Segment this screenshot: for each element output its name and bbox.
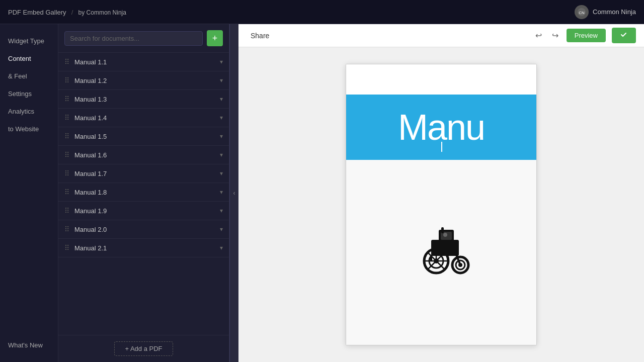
- document-name: Manual 1.1: [74, 58, 220, 66]
- drag-handle-icon: ⠿: [64, 169, 69, 177]
- document-name: Manual 1.8: [74, 189, 220, 196]
- drag-handle-icon: ⠿: [64, 151, 69, 159]
- pdf-cursor: [441, 142, 442, 152]
- drag-handle-icon: ⠿: [64, 244, 69, 252]
- document-name: Manual 2.0: [74, 226, 220, 233]
- chevron-down-icon: ▾: [220, 226, 223, 233]
- drag-handle-icon: ⠿: [64, 188, 69, 196]
- sidebar-item-widget-type[interactable]: Widget Type: [0, 32, 58, 50]
- sidebar-item-to-website[interactable]: to Website: [0, 120, 58, 138]
- title-separator: /: [71, 9, 73, 16]
- pdf-preview-card: Manu: [346, 64, 537, 345]
- search-input[interactable]: [64, 31, 203, 46]
- document-name: Manual 1.5: [74, 133, 220, 140]
- redo-icon: ↪: [552, 31, 558, 40]
- sidebar-item-analytics[interactable]: Analytics: [0, 103, 58, 120]
- sidebar-item-content[interactable]: Content: [0, 50, 58, 67]
- collapse-icon: ‹: [233, 190, 235, 197]
- document-name: Manual 1.2: [74, 77, 220, 84]
- chevron-down-icon: ▾: [220, 58, 223, 65]
- chevron-down-icon: ▾: [220, 189, 223, 196]
- document-name: Manual 1.9: [74, 207, 220, 215]
- add-document-button[interactable]: +: [207, 30, 223, 46]
- list-item[interactable]: ⠿ Manual 1.7 ▾: [58, 164, 229, 183]
- drag-handle-icon: ⠿: [64, 225, 69, 233]
- document-list: ⠿ Manual 1.1 ▾ ⠿ Manual 1.2 ▾ ⠿ Manual 1…: [58, 53, 229, 335]
- sidebar-item-settings[interactable]: Settings: [0, 85, 58, 103]
- svg-text:CN: CN: [579, 11, 585, 15]
- search-row: +: [58, 24, 229, 53]
- pdf-body: [346, 160, 536, 345]
- app-title: PDF Embed Gallery / by Common Ninja: [8, 8, 126, 16]
- main-layout: Widget Type Content & Feel Settings Anal…: [0, 24, 644, 362]
- undo-icon: ↩: [535, 31, 542, 40]
- chevron-down-icon: ▾: [220, 244, 223, 251]
- brand-section: CN Common Ninja: [575, 5, 636, 19]
- preview-toolbar: Share ↩ ↪ Preview: [238, 24, 644, 47]
- drag-handle-icon: ⠿: [64, 76, 69, 84]
- list-item[interactable]: ⠿ Manual 1.4 ▾: [58, 109, 229, 127]
- add-pdf-button[interactable]: + Add a PDF: [114, 341, 173, 356]
- list-item[interactable]: ⠿ Manual 1.2 ▾: [58, 71, 229, 90]
- document-name: Manual 1.6: [74, 151, 220, 159]
- preview-area: Share ↩ ↪ Preview Manu: [238, 24, 644, 362]
- document-name: Manual 1.7: [74, 170, 220, 177]
- drag-handle-icon: ⠿: [64, 114, 69, 122]
- chevron-down-icon: ▾: [220, 207, 223, 214]
- document-name: Manual 1.3: [74, 96, 220, 103]
- chevron-down-icon: ▾: [220, 151, 223, 158]
- list-item[interactable]: ⠿ Manual 1.3 ▾: [58, 90, 229, 109]
- redo-button[interactable]: ↪: [550, 29, 560, 42]
- chevron-down-icon: ▾: [220, 96, 223, 103]
- svg-point-6: [443, 233, 447, 237]
- list-item[interactable]: ⠿ Manual 2.1 ▾: [58, 239, 229, 257]
- list-item[interactable]: ⠿ Manual 2.0 ▾: [58, 220, 229, 239]
- preview-button[interactable]: Preview: [567, 29, 606, 42]
- chevron-down-icon: ▾: [220, 77, 223, 84]
- drag-handle-icon: ⠿: [64, 95, 69, 103]
- app-header: PDF Embed Gallery / by Common Ninja CN C…: [0, 0, 644, 24]
- panel-collapse-toggle[interactable]: ‹: [229, 24, 238, 362]
- save-button[interactable]: [612, 28, 636, 43]
- chevron-down-icon: ▾: [220, 133, 223, 140]
- drag-handle-icon: ⠿: [64, 58, 69, 66]
- chevron-down-icon: ▾: [220, 114, 223, 121]
- left-sidebar: Widget Type Content & Feel Settings Anal…: [0, 24, 58, 362]
- svg-rect-7: [441, 227, 444, 233]
- sidebar-item-look-feel[interactable]: & Feel: [0, 67, 58, 85]
- document-name: Manual 1.4: [74, 114, 220, 122]
- share-button[interactable]: Share: [247, 30, 273, 42]
- documents-panel: + ⠿ Manual 1.1 ▾ ⠿ Manual 1.2 ▾ ⠿ Manual…: [58, 24, 229, 362]
- list-item[interactable]: ⠿ Manual 1.9 ▾: [58, 202, 229, 220]
- brand-avatar: CN: [575, 5, 589, 19]
- drag-handle-icon: ⠿: [64, 132, 69, 140]
- list-item[interactable]: ⠿ Manual 1.5 ▾: [58, 127, 229, 146]
- brand-name: Common Ninja: [593, 8, 636, 16]
- undo-button[interactable]: ↩: [533, 29, 544, 42]
- preview-content: Manu: [238, 47, 644, 362]
- pdf-white-header: [346, 64, 536, 95]
- list-item[interactable]: ⠿ Manual 1.8 ▾: [58, 183, 229, 202]
- chevron-down-icon: ▾: [220, 170, 223, 177]
- title-prefix: PDF Embed Gallery: [8, 9, 66, 16]
- tractor-icon: [411, 225, 471, 280]
- list-item[interactable]: ⠿ Manual 1.1 ▾: [58, 53, 229, 71]
- document-name: Manual 2.1: [74, 244, 220, 252]
- sidebar-item-whats-new[interactable]: What's New: [0, 336, 58, 354]
- by-label: by Common Ninja: [78, 9, 126, 16]
- list-item[interactable]: ⠿ Manual 1.6 ▾: [58, 146, 229, 164]
- add-pdf-row: + Add a PDF: [58, 335, 229, 362]
- drag-handle-icon: ⠿: [64, 207, 69, 215]
- pdf-blue-header: Manu: [346, 95, 536, 160]
